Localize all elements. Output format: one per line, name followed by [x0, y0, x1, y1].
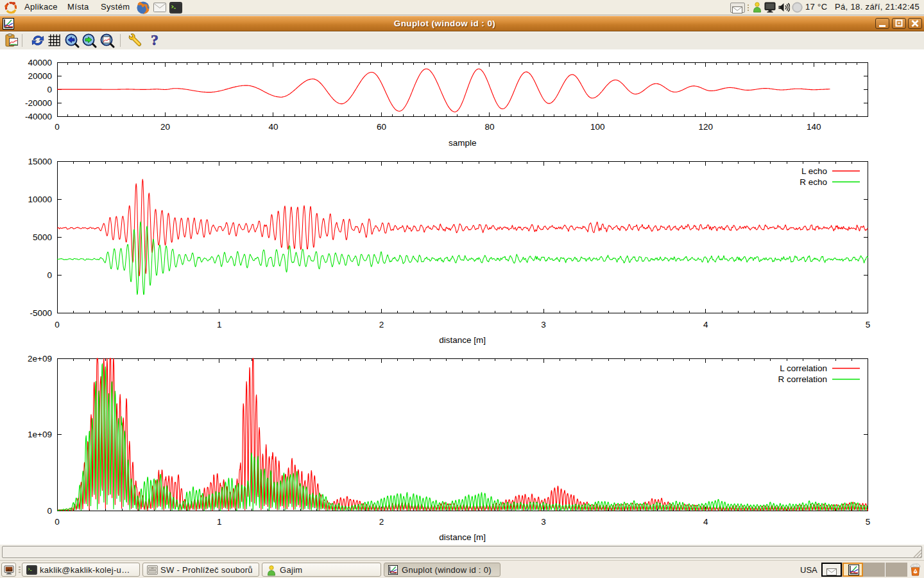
svg-text:-20000: -20000	[25, 98, 52, 108]
svg-text:2: 2	[379, 320, 384, 329]
svg-text:10000: 10000	[28, 195, 52, 204]
svg-text:sample: sample	[449, 138, 477, 148]
svg-text:0: 0	[55, 122, 60, 132]
svg-text:5: 5	[866, 517, 871, 527]
svg-text:1: 1	[217, 320, 222, 329]
svg-text:3: 3	[541, 320, 546, 329]
svg-text:L echo: L echo	[801, 166, 827, 176]
svg-text:20: 20	[160, 122, 170, 132]
svg-text:0: 0	[47, 85, 52, 94]
svg-text:R echo: R echo	[800, 177, 827, 187]
svg-text:?: ?	[151, 33, 158, 47]
svg-text:120: 120	[699, 122, 714, 132]
svg-text:0: 0	[47, 506, 52, 516]
svg-text:0: 0	[55, 320, 60, 329]
svg-text:140: 140	[807, 122, 821, 132]
svg-text:1: 1	[217, 517, 222, 527]
svg-text:3: 3	[541, 517, 546, 527]
svg-text:-5000: -5000	[30, 308, 52, 318]
svg-text:40: 40	[268, 122, 278, 132]
svg-text:15000: 15000	[28, 157, 52, 166]
svg-text:2: 2	[379, 517, 384, 527]
svg-text:0: 0	[47, 270, 52, 280]
svg-text:L correlation: L correlation	[780, 363, 827, 373]
svg-text:-40000: -40000	[25, 112, 52, 121]
svg-text:40000: 40000	[28, 58, 52, 67]
svg-text:2e+09: 2e+09	[28, 354, 52, 363]
svg-text:4: 4	[703, 320, 708, 329]
svg-text:0: 0	[55, 517, 60, 527]
svg-text:5: 5	[866, 320, 871, 329]
svg-text:20000: 20000	[28, 71, 52, 81]
svg-text:60: 60	[377, 122, 386, 132]
svg-text:distance [m]: distance [m]	[439, 335, 486, 345]
svg-text:1e+09: 1e+09	[28, 430, 52, 439]
svg-text:R correlation: R correlation	[778, 374, 827, 384]
svg-text:80: 80	[484, 122, 494, 132]
svg-text:4: 4	[703, 517, 708, 527]
svg-text:100: 100	[590, 122, 605, 132]
svg-text:distance [m]: distance [m]	[439, 532, 486, 542]
svg-text:5000: 5000	[33, 232, 52, 242]
